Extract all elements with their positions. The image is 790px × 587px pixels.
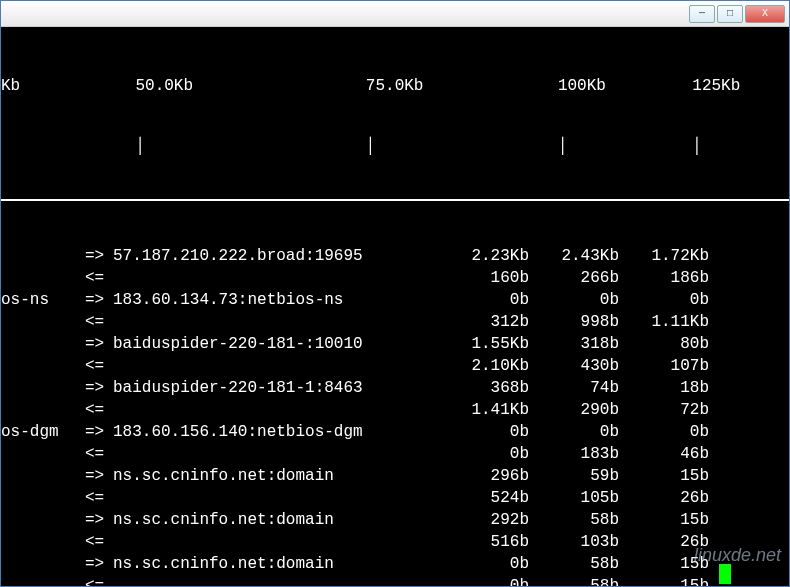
local-host	[1, 333, 85, 355]
rate-10s: 0b	[539, 421, 629, 443]
traffic-rows: =>57.187.210.222.broad:196952.23Kb2.43Kb…	[1, 245, 789, 586]
local-host	[1, 465, 85, 487]
local-host	[1, 245, 85, 267]
traffic-row: <=160b266b186b	[1, 267, 789, 289]
local-host	[1, 355, 85, 377]
remote-host	[113, 311, 449, 333]
rate-40s: 1.11Kb	[629, 311, 719, 333]
rate-10s: 0b	[539, 289, 629, 311]
rate-40s: 26b	[629, 487, 719, 509]
traffic-row: =>ns.sc.cninfo.net:domain292b58b15b	[1, 509, 789, 531]
traffic-row: =>baiduspider-220-181-:100101.55Kb318b80…	[1, 333, 789, 355]
local-host	[1, 399, 85, 421]
rate-10s: 58b	[539, 509, 629, 531]
traffic-row: os-ns=>183.60.134.73:netbios-ns0b0b0b	[1, 289, 789, 311]
rate-40s: 107b	[629, 355, 719, 377]
rate-2s: 516b	[449, 531, 539, 553]
rate-10s: 266b	[539, 267, 629, 289]
rate-2s: 0b	[449, 575, 539, 586]
rate-2s: 312b	[449, 311, 539, 333]
rate-10s: 59b	[539, 465, 629, 487]
remote-host: ns.sc.cninfo.net:domain	[113, 553, 449, 575]
remote-host	[113, 267, 449, 289]
local-host	[1, 443, 85, 465]
window-titlebar: ─ □ X	[1, 1, 789, 27]
rate-2s: 296b	[449, 465, 539, 487]
traffic-row: <=524b105b26b	[1, 487, 789, 509]
remote-host: 183.60.156.140:netbios-dgm	[113, 421, 449, 443]
direction-arrow: =>	[85, 245, 113, 267]
rate-10s: 58b	[539, 575, 629, 586]
traffic-row: =>ns.sc.cninfo.net:domain0b58b15b	[1, 553, 789, 575]
terminal-output[interactable]: Kb 50.0Kb 75.0Kb 100Kb 125Kb │ │ │ │ =>5…	[1, 27, 789, 586]
local-host	[1, 311, 85, 333]
remote-host	[113, 355, 449, 377]
rate-2s: 292b	[449, 509, 539, 531]
local-host: os-dgm	[1, 421, 85, 443]
local-host	[1, 531, 85, 553]
direction-arrow: <=	[85, 399, 113, 421]
local-host: os-ns	[1, 289, 85, 311]
rate-40s: 15b	[629, 553, 719, 575]
divider-top	[1, 199, 789, 201]
traffic-row: =>ns.sc.cninfo.net:domain296b59b15b	[1, 465, 789, 487]
remote-host	[113, 487, 449, 509]
direction-arrow: <=	[85, 355, 113, 377]
direction-arrow: <=	[85, 531, 113, 553]
rate-10s: 318b	[539, 333, 629, 355]
remote-host: 57.187.210.222.broad:19695	[113, 245, 449, 267]
traffic-row: =>57.187.210.222.broad:196952.23Kb2.43Kb…	[1, 245, 789, 267]
remote-host	[113, 575, 449, 586]
rate-40s: 0b	[629, 421, 719, 443]
direction-arrow: <=	[85, 311, 113, 333]
rate-2s: 2.10Kb	[449, 355, 539, 377]
local-host	[1, 575, 85, 586]
local-host	[1, 509, 85, 531]
remote-host	[113, 399, 449, 421]
rate-2s: 1.41Kb	[449, 399, 539, 421]
minimize-icon: ─	[699, 8, 705, 19]
rate-40s: 15b	[629, 509, 719, 531]
maximize-button[interactable]: □	[717, 5, 743, 23]
rate-40s: 46b	[629, 443, 719, 465]
rate-2s: 1.55Kb	[449, 333, 539, 355]
rate-2s: 368b	[449, 377, 539, 399]
direction-arrow: =>	[85, 509, 113, 531]
traffic-row: os-dgm=>183.60.156.140:netbios-dgm0b0b0b	[1, 421, 789, 443]
rate-40s: 186b	[629, 267, 719, 289]
rate-40s: 15b	[629, 575, 719, 586]
terminal-window: ─ □ X Kb 50.0Kb 75.0Kb 100Kb 125Kb │ │ │…	[0, 0, 790, 587]
rate-10s: 105b	[539, 487, 629, 509]
rate-40s: 26b	[629, 531, 719, 553]
direction-arrow: <=	[85, 575, 113, 586]
rate-10s: 58b	[539, 553, 629, 575]
direction-arrow: =>	[85, 289, 113, 311]
close-button[interactable]: X	[745, 5, 785, 23]
local-host	[1, 487, 85, 509]
rate-40s: 80b	[629, 333, 719, 355]
direction-arrow: =>	[85, 377, 113, 399]
rate-10s: 74b	[539, 377, 629, 399]
remote-host: baiduspider-220-181-:10010	[113, 333, 449, 355]
rate-40s: 1.72Kb	[629, 245, 719, 267]
rate-2s: 2.23Kb	[449, 245, 539, 267]
direction-arrow: =>	[85, 553, 113, 575]
cursor-block	[719, 564, 731, 584]
rate-10s: 103b	[539, 531, 629, 553]
rate-2s: 0b	[449, 289, 539, 311]
rate-40s: 15b	[629, 465, 719, 487]
minimize-button[interactable]: ─	[689, 5, 715, 23]
direction-arrow: =>	[85, 465, 113, 487]
traffic-row: <=312b998b1.11Kb	[1, 311, 789, 333]
local-host	[1, 553, 85, 575]
traffic-row: <=1.41Kb290b72b	[1, 399, 789, 421]
remote-host: 183.60.134.73:netbios-ns	[113, 289, 449, 311]
rate-10s: 290b	[539, 399, 629, 421]
rate-40s: 72b	[629, 399, 719, 421]
local-host	[1, 377, 85, 399]
direction-arrow: =>	[85, 333, 113, 355]
local-host	[1, 267, 85, 289]
remote-host	[113, 531, 449, 553]
close-icon: X	[762, 8, 768, 19]
rate-40s: 18b	[629, 377, 719, 399]
